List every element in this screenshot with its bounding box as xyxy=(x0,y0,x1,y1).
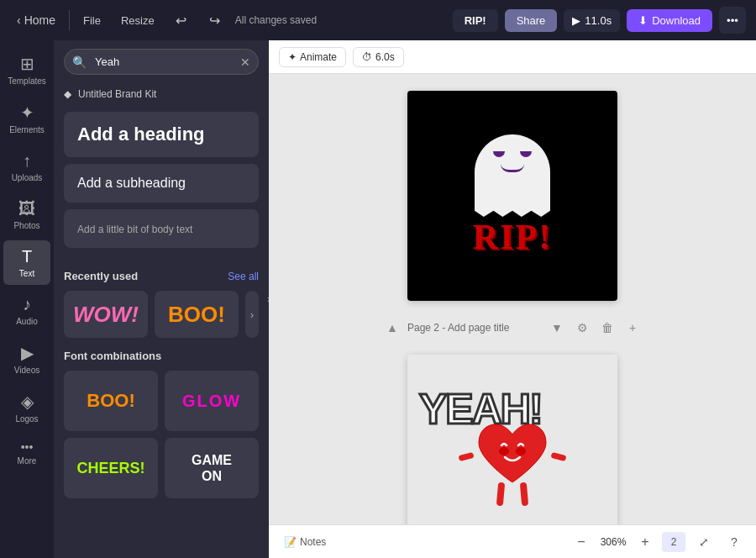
templates-icon: ⊞ xyxy=(20,54,34,74)
search-input[interactable] xyxy=(64,49,259,75)
sidebar-videos-label: Videos xyxy=(14,366,39,375)
sidebar-item-videos[interactable]: ▶ Videos xyxy=(3,336,50,382)
animate-label: Animate xyxy=(300,51,337,63)
sidebar-item-photos[interactable]: 🖼 Photos xyxy=(3,192,50,237)
animate-button[interactable]: ✦ Animate xyxy=(279,47,346,67)
add-heading-button[interactable]: Add a heading xyxy=(64,112,259,157)
wow-text: WOW! xyxy=(73,302,139,328)
page2-label-row: ▲ ▼ ⚙ 🗑 + xyxy=(286,318,739,338)
expand-icon: ⤢ xyxy=(699,535,709,549)
brand-icon: ◆ xyxy=(64,88,71,100)
search-clear-button[interactable]: ✕ xyxy=(240,55,250,69)
page-delete-button[interactable]: 🗑 xyxy=(597,318,617,338)
hide-panel-button[interactable]: › xyxy=(259,279,269,319)
zoom-in-button[interactable]: + xyxy=(635,532,655,552)
file-button[interactable]: File xyxy=(76,11,108,30)
sidebar-item-uploads[interactable]: ↑ Uploads xyxy=(3,145,50,189)
expand-button[interactable]: ⤢ xyxy=(692,530,716,554)
more-options-button[interactable]: ••• xyxy=(719,7,746,34)
heading-text: Add a heading xyxy=(77,124,205,145)
text-styles-section: Add a heading Add a subheading Add a lit… xyxy=(54,105,269,261)
notes-button[interactable]: 📝 Notes xyxy=(279,533,331,551)
sidebar-item-logos[interactable]: ◈ Logos xyxy=(3,385,50,430)
sidebar-item-audio[interactable]: ♪ Audio xyxy=(3,288,50,333)
see-all-button[interactable]: See all xyxy=(228,271,259,282)
font-combo-game-on[interactable]: GAMEON xyxy=(165,438,259,498)
add-subheading-button[interactable]: Add a subheading xyxy=(64,164,259,203)
sidebar-item-more[interactable]: ••• More xyxy=(3,434,50,472)
duration-toolbar-button[interactable]: ⏱ 6.0s xyxy=(353,47,404,67)
sidebar-uploads-label: Uploads xyxy=(12,173,43,182)
font-combo-cheers[interactable]: CHEERS! xyxy=(64,438,158,498)
page-nav-up-button[interactable]: ▲ xyxy=(382,318,402,338)
zoom-out-button[interactable]: − xyxy=(571,532,591,552)
notes-label: Notes xyxy=(300,536,326,548)
add-body-text-button[interactable]: Add a little bit of body text xyxy=(64,209,259,248)
game-on-combo-text: GAMEON xyxy=(192,452,232,484)
heart-svg xyxy=(475,422,550,489)
sidebar-item-elements[interactable]: ✦ Elements xyxy=(3,96,50,141)
page-settings-button[interactable]: ⚙ xyxy=(572,318,592,338)
duration-button[interactable]: ▶ 11.0s xyxy=(564,9,620,32)
sidebar-icons: ⊞ Templates ✦ Elements ↑ Uploads 🖼 Photo… xyxy=(0,40,54,558)
chevron-left-icon: ‹ xyxy=(17,13,21,27)
redo-icon: ↪ xyxy=(209,13,220,29)
subheading-text: Add a subheading xyxy=(77,176,186,190)
font-combo-glow[interactable]: GLOW xyxy=(165,371,259,431)
brand-kit-label: Untitled Brand Kit xyxy=(78,88,156,100)
help-button[interactable]: ? xyxy=(722,530,746,554)
topbar-left: ‹ Home File Resize ↩ ↪ All changes saved xyxy=(10,7,446,34)
sidebar-templates-label: Templates xyxy=(8,76,46,86)
recently-used-title: Recently used xyxy=(64,270,138,282)
help-icon: ? xyxy=(731,535,738,549)
text-icon: T xyxy=(22,247,32,266)
font-item-wow[interactable]: WOW! xyxy=(64,291,148,338)
heart-leg-right xyxy=(520,482,528,507)
page1-canvas[interactable]: RIP! xyxy=(407,91,617,301)
redo-button[interactable]: ↪ xyxy=(202,7,228,34)
clock-icon: ⏱ xyxy=(362,51,372,63)
zoom-controls: − 306% + xyxy=(571,532,655,552)
sidebar-audio-label: Audio xyxy=(16,317,38,326)
topbar: ‹ Home File Resize ↩ ↪ All changes saved… xyxy=(0,0,756,40)
font-item-boo[interactable]: BOO! xyxy=(155,291,239,338)
brand-kit-row[interactable]: ◆ Untitled Brand Kit xyxy=(54,83,269,105)
cheers-combo-text: CHEERS! xyxy=(76,460,144,477)
home-label: Home xyxy=(24,13,55,27)
boo-combo-text: BOO! xyxy=(87,390,134,412)
undo-icon: ↩ xyxy=(176,13,186,29)
page-nav-down-button[interactable]: ▼ xyxy=(547,318,567,338)
rip-text-container[interactable]: RIP! xyxy=(473,217,552,257)
rip-button[interactable]: RIP! xyxy=(453,9,498,32)
share-button[interactable]: Share xyxy=(505,9,558,32)
heart-arm-left xyxy=(458,452,474,461)
resize-button[interactable]: Resize xyxy=(114,11,161,30)
undo-button[interactable]: ↩ xyxy=(168,7,195,34)
boo-text: BOO! xyxy=(168,302,225,328)
body-text: Add a little bit of body text xyxy=(77,224,192,235)
font-combo-boo[interactable]: BOO! xyxy=(64,371,158,431)
glow-combo-text: GLOW xyxy=(182,392,241,411)
sidebar-item-templates[interactable]: ⊞ Templates xyxy=(3,47,50,92)
photos-icon: 🖼 xyxy=(18,199,35,218)
heart-blush-left xyxy=(499,447,509,455)
download-button[interactable]: ⬇ Download xyxy=(627,9,712,32)
font-row-next-button[interactable]: › xyxy=(245,291,259,338)
canvas-scroll[interactable]: RIP! ▲ ▼ ⚙ 🗑 + YEAH! xyxy=(269,74,756,558)
heart-blush-right xyxy=(516,447,526,455)
page1-container: RIP! xyxy=(407,91,617,301)
more-icon: ••• xyxy=(21,440,34,454)
logos-icon: ◈ xyxy=(21,392,34,412)
page2-title-input[interactable] xyxy=(407,322,542,334)
notes-icon: 📝 xyxy=(284,536,297,548)
page-add-button[interactable]: + xyxy=(622,318,643,338)
zoom-level: 306% xyxy=(596,536,630,548)
recently-used-row: WOW! BOO! › xyxy=(54,287,269,341)
font-combos-title: Font combinations xyxy=(64,350,161,362)
heart-character xyxy=(470,422,554,531)
home-button[interactable]: ‹ Home xyxy=(10,10,62,30)
page-indicator-button[interactable]: 2 xyxy=(662,532,685,552)
canvas-toolbar: ✦ Animate ⏱ 6.0s xyxy=(269,40,756,74)
sidebar-item-text[interactable]: T Text xyxy=(3,240,50,285)
main-layout: ⊞ Templates ✦ Elements ↑ Uploads 🖼 Photo… xyxy=(0,40,756,558)
